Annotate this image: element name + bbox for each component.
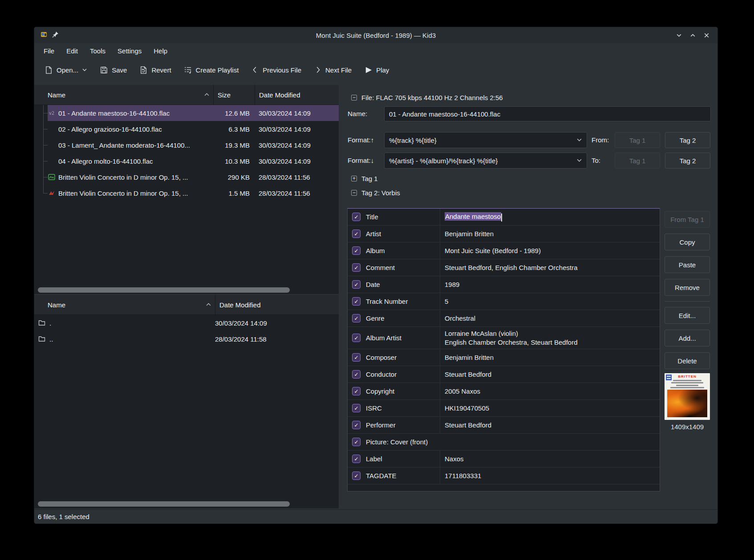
file-row[interactable]: Britten Violin Concerto in D minor Op. 1… bbox=[34, 169, 339, 185]
revert-button[interactable]: Revert bbox=[135, 63, 175, 77]
paste-button[interactable]: Paste bbox=[665, 256, 710, 273]
create-playlist-button[interactable]: Create Playlist bbox=[180, 63, 243, 77]
maximize-button[interactable] bbox=[689, 32, 697, 39]
tag1-section-header[interactable]: + Tag 1 bbox=[351, 175, 378, 182]
checkbox-album-artist[interactable]: ✓ bbox=[352, 334, 361, 342]
tag-row-isrc[interactable]: ✓ ISRC HKI190470505 bbox=[348, 400, 660, 417]
tag-row-genre[interactable]: ✓ Genre Orchestral bbox=[348, 310, 660, 327]
file-row[interactable]: 02 - Allegro grazioso-16-44100.flac 6.3 … bbox=[34, 121, 339, 137]
arrow-up-icon: ↑ bbox=[371, 136, 374, 144]
copy-button[interactable]: Copy bbox=[665, 234, 710, 250]
checkbox-picture[interactable]: ✓ bbox=[352, 438, 361, 446]
play-button[interactable]: Play bbox=[360, 63, 393, 77]
tag-row-conductor[interactable]: ✓ Conductor Steuart Bedford bbox=[348, 366, 660, 383]
format-from-filename-label: Format:↑ bbox=[348, 132, 374, 148]
playlist-icon bbox=[184, 66, 192, 74]
checkbox-conductor[interactable]: ✓ bbox=[352, 370, 361, 379]
tag2-section-header[interactable]: − Tag 2: Vorbis bbox=[351, 189, 400, 197]
menu-settings[interactable]: Settings bbox=[118, 47, 142, 55]
album-art-thumbnail[interactable]: BRITTEN bbox=[665, 373, 710, 420]
open-button[interactable]: Open... bbox=[41, 63, 91, 77]
directory-list-header: Name Date Modified bbox=[34, 295, 339, 315]
edit-button[interactable]: Edit... bbox=[665, 307, 710, 324]
checkbox-date[interactable]: ✓ bbox=[352, 280, 361, 289]
tag-row-tagdate[interactable]: ✓ TAGDATE 1711803331 bbox=[348, 467, 660, 484]
collapse-section-icon[interactable]: − bbox=[351, 190, 357, 196]
format-from-filename-combobox[interactable]: %{track} %{title} bbox=[384, 132, 587, 148]
filename-input[interactable]: 01 - Andante maestoso-16-44100.flac bbox=[384, 106, 711, 121]
checkbox-track-number[interactable]: ✓ bbox=[352, 297, 361, 306]
menu-help[interactable]: Help bbox=[154, 47, 167, 55]
tag-row-date[interactable]: ✓ Date 1989 bbox=[348, 276, 660, 293]
checkbox-genre[interactable]: ✓ bbox=[352, 314, 361, 322]
tag-row-artist[interactable]: ✓ Artist Benjamin Britten bbox=[348, 226, 660, 242]
file-list-header-size[interactable]: Size bbox=[213, 85, 255, 105]
tag-version-badge: v2 bbox=[49, 111, 54, 116]
menubar: File Edit Tools Settings Help bbox=[34, 43, 718, 58]
previous-file-button[interactable]: Previous File bbox=[247, 63, 305, 77]
checkbox-tagdate[interactable]: ✓ bbox=[352, 471, 361, 480]
tag-row-album[interactable]: ✓ Album Mont Juic Suite (Bedford - 1989) bbox=[348, 242, 660, 259]
expand-section-icon[interactable]: + bbox=[351, 176, 357, 181]
checkbox-label[interactable]: ✓ bbox=[352, 455, 361, 463]
directory-list-hscrollbar[interactable] bbox=[36, 501, 337, 507]
file-row[interactable]: 04 - Allegro molto-16-44100.flac 10.3 MB… bbox=[34, 153, 339, 169]
minimize-button[interactable] bbox=[675, 32, 683, 39]
tag-value-title-editing[interactable]: Andante maestoso bbox=[440, 209, 660, 225]
revert-icon bbox=[139, 66, 148, 74]
file-list-header-name[interactable]: Name bbox=[34, 85, 213, 105]
text-caret bbox=[501, 214, 502, 222]
file-row[interactable]: v201 - Andante maestoso-16-44100.flac 12… bbox=[34, 105, 339, 121]
cover-painting bbox=[667, 390, 707, 417]
tag-row-copyright[interactable]: ✓ Copyright 2005 Naxos bbox=[348, 383, 660, 400]
tag-row-picture[interactable]: ✓ Picture: Cover (front) bbox=[348, 434, 660, 451]
menu-tools[interactable]: Tools bbox=[90, 47, 105, 55]
menu-edit[interactable]: Edit bbox=[66, 47, 78, 55]
pin-icon[interactable] bbox=[52, 31, 59, 40]
checkbox-isrc[interactable]: ✓ bbox=[352, 404, 361, 412]
scrollbar-thumb[interactable] bbox=[38, 501, 290, 507]
directory-list: Name Date Modified . 30/03/2024 14:09 ..… bbox=[34, 295, 339, 508]
menu-file[interactable]: File bbox=[44, 47, 54, 55]
from-tag1-button: From Tag 1 bbox=[665, 211, 710, 228]
tag-row-performer[interactable]: ✓ Performer Steuart Bedford bbox=[348, 417, 660, 434]
checkbox-title[interactable]: ✓ bbox=[352, 213, 361, 221]
tag-row-label[interactable]: ✓ Label Naxos bbox=[348, 451, 660, 467]
checkbox-performer[interactable]: ✓ bbox=[352, 421, 361, 429]
open-dropdown-icon[interactable] bbox=[82, 67, 87, 73]
checkbox-comment[interactable]: ✓ bbox=[352, 263, 361, 272]
file-list-hscrollbar[interactable] bbox=[36, 287, 337, 293]
directory-row[interactable]: .. 28/03/2024 11:58 bbox=[34, 331, 339, 347]
tag-row-comment[interactable]: ✓ Comment Steuart Bedford, English Chamb… bbox=[348, 259, 660, 276]
directory-row[interactable]: . 30/03/2024 14:09 bbox=[34, 315, 339, 331]
checkbox-composer[interactable]: ✓ bbox=[352, 353, 361, 362]
tag-row-title[interactable]: ✓ Title Andante maestoso bbox=[348, 209, 660, 226]
tag-row-composer[interactable]: ✓ Composer Benjamin Britten bbox=[348, 349, 660, 366]
tag-row-album-artist[interactable]: ✓ Album Artist Lorraine McAslan (violin)… bbox=[348, 327, 660, 349]
file-row[interactable]: 03 - Lament_ Andante moderato-16-44100..… bbox=[34, 137, 339, 153]
scrollbar-thumb[interactable] bbox=[38, 287, 290, 293]
directory-list-header-name[interactable]: Name bbox=[34, 295, 215, 314]
save-button[interactable]: Save bbox=[96, 63, 131, 77]
checkbox-copyright[interactable]: ✓ bbox=[352, 387, 361, 395]
tag-row-track-number[interactable]: ✓ Track Number 5 bbox=[348, 293, 660, 310]
selected-text: Andante maestoso bbox=[445, 212, 501, 221]
file-list-header-date[interactable]: Date Modified bbox=[255, 85, 339, 105]
add-button[interactable]: Add... bbox=[665, 330, 710, 346]
delete-button[interactable]: Delete bbox=[665, 352, 710, 369]
next-file-button[interactable]: Next File bbox=[310, 63, 356, 77]
close-button[interactable] bbox=[703, 32, 710, 39]
titlebar[interactable]: Mont Juic Suite (Bedford - 1989) — Kid3 bbox=[34, 27, 718, 43]
format-to-filename-combobox[interactable]: %{artist} - %{album}/%{track} %{title} bbox=[384, 153, 587, 169]
to-tag1-button: Tag 1 bbox=[615, 153, 660, 169]
directory-list-header-date[interactable]: Date Modified bbox=[215, 295, 339, 314]
from-tag2-filename-button[interactable]: Tag 2 bbox=[665, 132, 710, 148]
to-tag2-button[interactable]: Tag 2 bbox=[665, 153, 710, 169]
checkbox-album[interactable]: ✓ bbox=[352, 246, 361, 255]
kid3-window: Mont Juic Suite (Bedford - 1989) — Kid3 … bbox=[34, 27, 718, 524]
collapse-section-icon[interactable]: − bbox=[351, 95, 357, 101]
checkbox-artist[interactable]: ✓ bbox=[352, 230, 361, 238]
remove-button[interactable]: Remove bbox=[665, 279, 710, 296]
file-row[interactable]: Britten Violin Concerto in D minor Op. 1… bbox=[34, 185, 339, 201]
folder-icon bbox=[38, 319, 46, 327]
